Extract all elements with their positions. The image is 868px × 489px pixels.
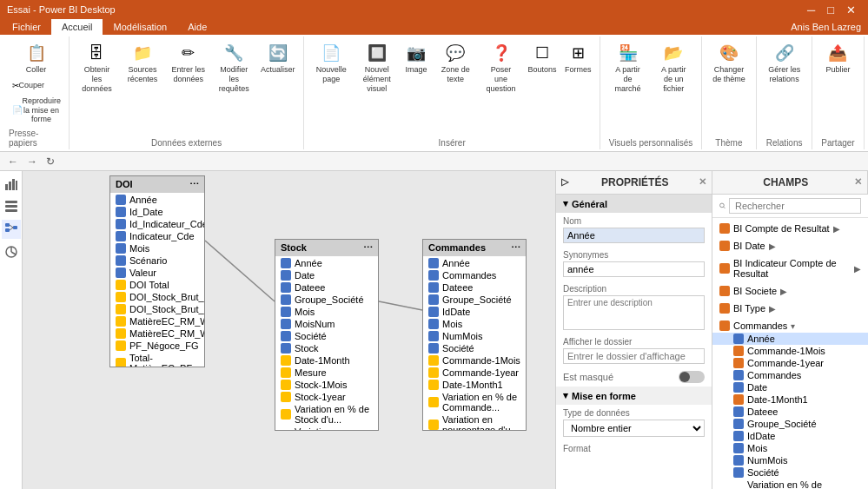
champs-item-societe[interactable]: Société: [712, 466, 868, 479]
doi-field-idindicateur[interactable]: Id_Indicateur_Cde: [110, 218, 204, 230]
props-desc-textarea[interactable]: [563, 295, 705, 330]
stock-field-var1[interactable]: Variation en % de Stock d'u...: [275, 403, 378, 426]
cmd-field-groupe[interactable]: Groupe_Société: [423, 294, 526, 306]
close-button[interactable]: ✕: [841, 3, 861, 17]
tab-proprietes[interactable]: PROPRIÉTÉS ▷ ✕: [556, 171, 712, 194]
doi-field-stock1[interactable]: DOI_Stock_Brut_Matière: [110, 291, 204, 303]
boutons-button[interactable]: ☐ Boutons: [525, 38, 560, 77]
props-nom-input[interactable]: [563, 228, 705, 243]
stock-field-mois[interactable]: Mois: [275, 306, 378, 318]
champs-group-bi-date-header[interactable]: BI Date ▶: [712, 239, 868, 253]
tab-accueil[interactable]: Accueil: [51, 19, 103, 35]
nouvel-element-button[interactable]: 🔲 Nouvel élément visuel: [354, 38, 398, 96]
champs-item-var1[interactable]: Variation en % de Commandes d'un moi...: [712, 479, 868, 489]
props-synonymes-input[interactable]: [563, 261, 705, 277]
stock-field-date1month[interactable]: Date-1Month: [275, 354, 378, 367]
sources-button[interactable]: 📁 Sources récentes: [121, 38, 165, 87]
sidebar-icon-data[interactable]: [2, 197, 21, 216]
doi-header[interactable]: DOI ⋯: [110, 176, 204, 193]
champs-group-commandes-header[interactable]: Commandes ▾: [712, 319, 868, 333]
stock-field-var2[interactable]: Variation en pourcentage d'u...: [275, 426, 378, 430]
doi-field-stock2[interactable]: DOI_Stock_Brut_PF: [110, 303, 204, 315]
zone-texte-button[interactable]: 💬 Zone de texte: [434, 38, 477, 87]
stock-field-dateee[interactable]: Dateee: [275, 281, 378, 294]
doi-field-valeur[interactable]: Valeur: [110, 267, 204, 279]
cmd-field-commandes[interactable]: Commandes: [423, 269, 526, 281]
tab-aide[interactable]: Aide: [177, 19, 217, 35]
champs-group-bi-compte-header[interactable]: BI Compte de Resultat ▶: [712, 221, 868, 235]
question-button[interactable]: ❓ Poser une question: [479, 38, 522, 96]
cmd-field-var2[interactable]: Variation en pourcentage d'u...: [423, 413, 526, 430]
champs-item-cmd1m[interactable]: Commande-1Mois: [712, 345, 868, 357]
tab-fichier[interactable]: Fichier: [2, 19, 51, 35]
stock-field-societe[interactable]: Société: [275, 330, 378, 342]
cmd-field-mois[interactable]: Mois: [423, 318, 526, 330]
stock-field-stock1m[interactable]: Stock-1Mois: [275, 379, 378, 391]
champs-item-nummois[interactable]: NumMois: [712, 454, 868, 466]
champs-item-annee[interactable]: Année: [712, 333, 868, 345]
props-mef-header[interactable]: ▾ Mise en forme: [556, 387, 712, 405]
commandes-header[interactable]: Commandes ⋯: [423, 240, 526, 256]
nouvelle-page-button[interactable]: 📄 Nouvelle page: [309, 38, 353, 87]
doi-field-scenario[interactable]: Scénario: [110, 254, 204, 267]
reproduire-button[interactable]: 📄Reproduire la mise en forme: [8, 94, 65, 127]
marche-button[interactable]: 🏪 A partir de marché: [606, 38, 650, 96]
stock-field-stock1y[interactable]: Stock-1year: [275, 391, 378, 403]
refresh-button[interactable]: ↻: [43, 155, 57, 169]
cmd-field-societe[interactable]: Société: [423, 342, 526, 354]
back-button[interactable]: ←: [5, 155, 21, 169]
couper-button[interactable]: ✂Couper: [8, 78, 65, 93]
props-type-select[interactable]: Nombre entier Texte Décimal Date: [563, 420, 705, 437]
canvas-scroll[interactable]: DOI ⋯ Année Id_Date Id_Indicateur_Cde In…: [23, 171, 555, 489]
doi-field-matiere2[interactable]: MatièreEC_RM_WIP2018: [110, 327, 204, 340]
champs-item-date1m1[interactable]: Date-1Month1: [712, 393, 868, 406]
theme-button[interactable]: 🎨 Changer de thème: [707, 38, 752, 87]
doi-field-totalmatiere[interactable]: Total-MatièreEC_PF: [110, 352, 204, 367]
sidebar-icon-report[interactable]: [2, 175, 21, 194]
cmd-field-iddate[interactable]: IdDate: [423, 306, 526, 318]
champs-close-icon[interactable]: ✕: [854, 176, 862, 188]
champs-item-commandes[interactable]: Commandes: [712, 369, 868, 381]
champs-item-iddate[interactable]: IdDate: [712, 430, 868, 442]
coller-button[interactable]: 📋 Coller: [8, 38, 65, 77]
sidebar-icon-model[interactable]: [2, 220, 21, 239]
stock-field-date[interactable]: Date: [275, 269, 378, 281]
obtenir-button[interactable]: 🗄 Obtenir les données: [75, 38, 119, 96]
props-general-header[interactable]: ▾ Général: [556, 195, 712, 213]
tab-champs[interactable]: CHAMPS ✕: [712, 171, 869, 194]
cmd-field-cmd1m[interactable]: Commande-1Mois: [423, 354, 526, 367]
formes-button[interactable]: ⊞ Formes: [561, 38, 594, 77]
minimize-button[interactable]: ─: [802, 3, 820, 17]
cmd-field-var1[interactable]: Variation en % de Commande...: [423, 391, 526, 413]
actualiser-button[interactable]: 🔄 Actualiser: [258, 38, 298, 77]
doi-field-pfnegoce[interactable]: PF_Négoce_FG: [110, 340, 204, 352]
champs-group-bi-indicateur-header[interactable]: BI Indicateur Compte de Resultat ▶: [712, 256, 868, 281]
champs-search-input[interactable]: [729, 198, 861, 214]
stock-menu[interactable]: ⋯: [363, 242, 373, 254]
cmd-field-annee[interactable]: Année: [423, 257, 526, 269]
champs-group-bi-type-header[interactable]: BI Type ▶: [712, 301, 868, 315]
doi-field-iddate[interactable]: Id_Date: [110, 206, 204, 218]
champs-item-mois[interactable]: Mois: [712, 442, 868, 454]
doi-field-annee[interactable]: Année: [110, 194, 204, 206]
doi-close[interactable]: ⋯: [189, 179, 199, 190]
publier-button[interactable]: 📤 Publier: [821, 38, 854, 77]
cmd-field-cmd1y[interactable]: Commande-1year: [423, 367, 526, 379]
doi-field-indicateur[interactable]: Indicateur_Cde: [110, 230, 204, 242]
masque-toggle[interactable]: [679, 371, 705, 383]
forward-button[interactable]: →: [24, 155, 40, 169]
stock-field-groupe[interactable]: Groupe_Société: [275, 294, 378, 306]
stock-field-moisnum[interactable]: MoisNum: [275, 318, 378, 330]
props-close-icon[interactable]: ✕: [699, 176, 706, 188]
doi-field-doitotal[interactable]: DOI Total: [110, 279, 204, 291]
champs-item-dateee[interactable]: Dateee: [712, 406, 868, 418]
entrer-button[interactable]: ✏ Entrer les données: [166, 38, 210, 87]
stock-field-mesure[interactable]: Mesure: [275, 367, 378, 379]
cmd-field-nummois[interactable]: NumMois: [423, 330, 526, 342]
doi-field-mois[interactable]: Mois: [110, 242, 204, 254]
fichier-button[interactable]: 📂 A partir de un fichier: [652, 38, 696, 96]
stock-header[interactable]: Stock ⋯: [275, 240, 378, 256]
stock-field-stock[interactable]: Stock: [275, 342, 378, 354]
maximize-button[interactable]: □: [822, 3, 839, 17]
stock-field-annee[interactable]: Année: [275, 257, 378, 269]
